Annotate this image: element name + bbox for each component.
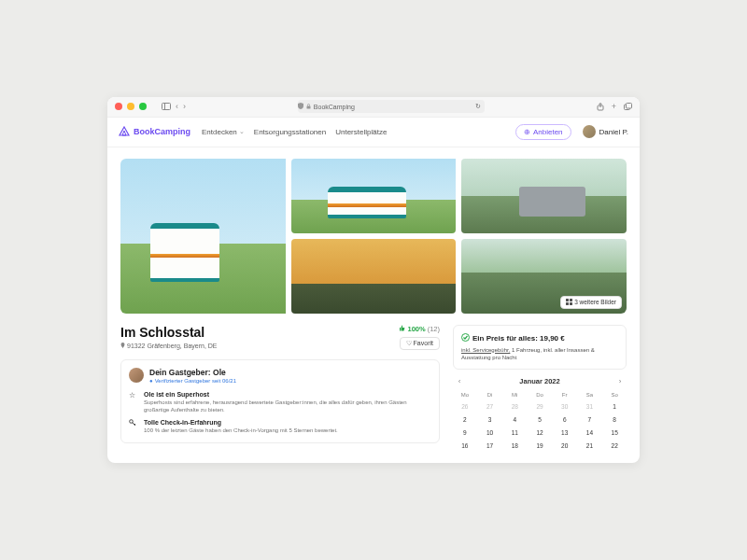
calendar-day[interactable]: 1 [602, 400, 627, 413]
nav-link-entsorgung[interactable]: Entsorgungsstationen [254, 128, 326, 136]
calendar-prev-button[interactable]: ‹ [455, 377, 464, 385]
service-fee-link[interactable]: inkl. Servicegebühr, [461, 347, 510, 353]
calendar-day[interactable]: 2 [453, 413, 477, 426]
calendar-day[interactable]: 29 [528, 400, 552, 413]
calendar-next-button[interactable]: › [615, 377, 625, 385]
brand-name: BookCamping [134, 127, 190, 136]
calendar-day[interactable]: 10 [478, 427, 502, 439]
price-heading: Ein Preis für alles: 19,90 € [461, 333, 618, 343]
svg-rect-7 [570, 299, 572, 301]
host-avatar [129, 368, 144, 383]
calendar-dow: Fr [553, 390, 577, 399]
gallery-thumb-3[interactable] [291, 239, 457, 314]
grid-icon [566, 299, 572, 306]
calendar-dow: Di [478, 390, 502, 399]
svg-rect-5 [626, 104, 631, 109]
plus-circle-icon: ⊕ [524, 128, 530, 136]
gallery-main-image[interactable] [120, 159, 286, 314]
sidebar-toggle-icon[interactable] [162, 103, 171, 110]
more-pictures-button[interactable]: 3 weitere Bilder [560, 296, 622, 309]
window-minimize-icon[interactable] [127, 103, 134, 110]
lock-icon [306, 104, 311, 110]
calendar-dow: Sa [578, 390, 602, 399]
approval-rating: 100% (12) [399, 325, 440, 333]
urlbar-text: BookCamping [314, 104, 355, 110]
calendar-day[interactable]: 18 [502, 440, 527, 452]
page-content: 3 weitere Bilder Im Schlosstal 91322 Grä… [107, 147, 640, 464]
price-subline: inkl. Servicegebühr, 1 Fahrzeug, inkl. a… [461, 346, 618, 362]
calendar-day[interactable]: 12 [528, 427, 552, 439]
photo-gallery: 3 weitere Bilder [120, 159, 627, 314]
nav-back-icon[interactable]: ‹ [176, 102, 178, 111]
listing-title: Im Schlosstal [120, 325, 218, 340]
calendar-dow: Mo [453, 390, 477, 399]
nav-forward-icon[interactable]: › [183, 102, 186, 111]
calendar-day[interactable]: 31 [578, 400, 602, 413]
calendar-day[interactable]: 20 [553, 440, 577, 452]
calendar-day[interactable]: 14 [578, 427, 602, 439]
chevron-down-icon: ⌄ [239, 128, 245, 135]
check-circle-icon [461, 333, 470, 343]
calendar-day[interactable]: 13 [553, 427, 577, 439]
star-icon: ☆ [129, 391, 138, 414]
host-heading: Dein Gastgeber: Ole [149, 368, 236, 377]
calendar-day[interactable]: 16 [453, 440, 477, 452]
calendar-day[interactable]: 17 [478, 440, 502, 452]
reload-icon[interactable]: ↻ [475, 103, 481, 110]
svg-rect-2 [306, 105, 310, 108]
share-icon[interactable] [597, 103, 604, 111]
calendar-day[interactable]: 22 [602, 440, 627, 452]
calendar-day[interactable]: 8 [602, 413, 627, 426]
new-tab-icon[interactable]: + [612, 102, 616, 111]
nav-link-entdecken[interactable]: Entdecken ⌄ [202, 128, 245, 136]
app-nav: BookCamping Entdecken ⌄ Entsorgungsstati… [107, 118, 640, 147]
window-close-icon[interactable] [115, 103, 122, 110]
browser-window: ‹ › BookCamping ↻ + BookC [107, 97, 640, 464]
nav-links: Entdecken ⌄ Entsorgungsstationen Unterst… [202, 128, 387, 136]
host-feature-superhost: ☆ Ole ist ein Superhost Superhosts sind … [129, 391, 431, 414]
calendar-day[interactable]: 27 [478, 400, 502, 413]
user-menu[interactable]: Daniel P. [583, 125, 628, 138]
calendar-dow: So [602, 390, 627, 399]
brand-logo[interactable]: BookCamping [119, 126, 190, 137]
calendar-day[interactable]: 28 [502, 400, 527, 413]
calendar-day[interactable]: 4 [502, 413, 527, 426]
window-maximize-icon[interactable] [139, 103, 147, 110]
calendar-day[interactable]: 5 [528, 413, 552, 426]
calendar: ‹ Januar 2022 › MoDiMiDoFrSaSo2627282930… [453, 377, 627, 452]
calendar-day[interactable]: 26 [453, 400, 477, 413]
key-icon [129, 419, 138, 434]
heart-icon: ♡ [406, 340, 412, 347]
host-card: Dein Gastgeber: Ole ● Verifizierter Gast… [120, 359, 440, 443]
nav-link-unterstell[interactable]: Unterstellplätze [335, 128, 387, 136]
price-card: Ein Preis für alles: 19,90 € inkl. Servi… [453, 325, 627, 371]
calendar-day[interactable]: 15 [602, 427, 627, 439]
user-name: Daniel P. [599, 128, 628, 136]
calendar-day[interactable]: 30 [553, 400, 577, 413]
calendar-day[interactable]: 7 [578, 413, 602, 426]
favorite-button[interactable]: ♡ Favorit [400, 337, 440, 350]
calendar-day[interactable]: 19 [528, 440, 552, 452]
pin-icon [120, 343, 125, 349]
calendar-dow: Mi [502, 390, 527, 399]
shield-icon [298, 103, 303, 110]
calendar-day[interactable]: 3 [478, 413, 502, 426]
browser-urlbar[interactable]: BookCamping ↻ [298, 100, 485, 113]
browser-titlebar: ‹ › BookCamping ↻ + [107, 97, 640, 118]
gallery-thumb-1[interactable] [291, 159, 457, 233]
svg-rect-9 [570, 302, 572, 305]
calendar-day[interactable]: 6 [553, 413, 577, 426]
user-avatar [583, 125, 596, 138]
thumbs-up-icon [399, 325, 405, 333]
host-feature-checkin: Tolle Check-in-Erfahrung 100 % der letzt… [129, 419, 431, 434]
calendar-day[interactable]: 9 [453, 427, 477, 439]
offer-button[interactable]: ⊕ Anbieten [515, 124, 571, 140]
svg-rect-8 [566, 302, 569, 305]
gallery-thumb-4[interactable]: 3 weitere Bilder [461, 239, 627, 314]
calendar-month-label: Januar 2022 [519, 377, 559, 385]
calendar-day[interactable]: 11 [502, 427, 527, 439]
gallery-thumb-2[interactable] [461, 159, 627, 233]
calendar-day[interactable]: 21 [578, 440, 602, 452]
tabs-icon[interactable] [624, 103, 632, 110]
host-verified-badge: ● Verifizierter Gastgeber seit 06/21 [149, 378, 236, 384]
